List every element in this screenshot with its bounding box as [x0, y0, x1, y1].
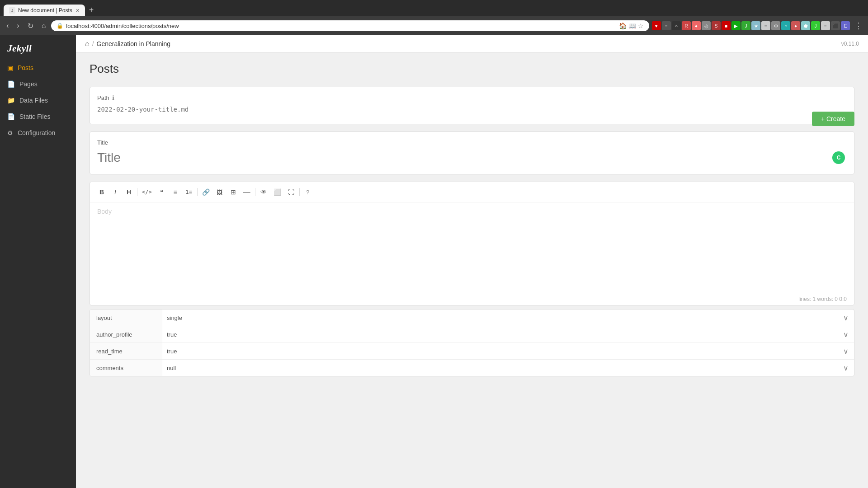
ext-8[interactable]: ■ — [722, 21, 731, 30]
ext-10[interactable]: J — [741, 21, 750, 30]
guide-button[interactable]: ? — [302, 186, 314, 198]
ext-2[interactable]: ≡ — [662, 21, 671, 30]
browser-menu-button[interactable]: ⋮ — [853, 19, 864, 33]
title-input[interactable] — [97, 149, 829, 167]
sidebar-nav: ▣ Posts 📄 Pages 📁 Data Files 📄 Static Fi… — [0, 60, 76, 488]
toolbar-divider-3 — [255, 188, 255, 196]
ext-3[interactable]: ○ — [672, 21, 681, 30]
sidebar-item-pages[interactable]: 📄 Pages — [0, 76, 76, 92]
ext-7[interactable]: S — [712, 21, 721, 30]
split-button[interactable]: ⬜ — [271, 186, 284, 198]
tab-close-button[interactable]: × — [76, 7, 80, 14]
ext-5[interactable]: ● — [692, 21, 701, 30]
ext-19[interactable]: ⬛ — [831, 21, 840, 30]
ordered-list-button[interactable]: 1≡ — [183, 186, 195, 198]
back-button[interactable]: ‹ — [4, 20, 11, 32]
ext-9[interactable]: ▶ — [731, 21, 741, 30]
title-field-section: Title C — [90, 131, 854, 174]
app-wrapper: Jekyll ▣ Posts 📄 Pages 📁 Data Files 📄 St… — [0, 35, 868, 488]
title-label: Title — [97, 139, 847, 146]
ext-14[interactable]: ○ — [781, 21, 790, 30]
bookmark-icon[interactable]: 🏠 — [619, 22, 627, 29]
editor-footer: lines: 1 words: 0 0:0 — [90, 293, 854, 305]
table-button[interactable]: ⊞ — [227, 186, 240, 198]
ext-13[interactable]: ⚙ — [771, 21, 780, 30]
path-label: Path ℹ — [97, 94, 847, 101]
meta-expand-layout-button[interactable]: ∨ — [838, 310, 854, 326]
home-button[interactable]: ⌂ — [39, 20, 49, 32]
meta-fields-table: layout single ∨ author_profile true ∨ re… — [90, 309, 854, 376]
tab-favicon: J — [9, 7, 15, 14]
pages-icon: 📄 — [7, 80, 15, 88]
home-icon[interactable]: ⌂ — [85, 40, 90, 48]
meta-input-layout[interactable]: single — [167, 314, 833, 321]
ext-17[interactable]: J — [811, 21, 820, 30]
address-bar[interactable]: 🔒 🏠 📖 ☆ — [51, 20, 649, 31]
new-tab-button[interactable]: + — [85, 4, 98, 16]
sidebar-item-label: Posts — [18, 64, 33, 71]
ext-4[interactable]: R — [682, 21, 691, 30]
meta-input-author[interactable]: true — [167, 331, 833, 338]
path-info-icon[interactable]: ℹ — [112, 94, 114, 101]
horizontal-rule-button[interactable]: — — [241, 186, 253, 198]
ext-6[interactable]: ◎ — [702, 21, 711, 30]
ext-15[interactable]: ● — [791, 21, 800, 30]
meta-expand-author-button[interactable]: ∨ — [838, 326, 854, 343]
sidebar-logo: Jekyll — [0, 35, 76, 60]
sidebar-item-configuration[interactable]: ⚙ Configuration — [0, 125, 76, 141]
sidebar-item-posts[interactable]: ▣ Posts — [0, 60, 76, 76]
config-icon: ⚙ — [7, 129, 13, 136]
preview-button[interactable]: 👁 — [257, 186, 270, 198]
link-button[interactable]: 🔗 — [199, 186, 212, 198]
meta-row-comments: comments null ∨ — [90, 360, 854, 376]
toolbar-divider-1 — [137, 188, 137, 196]
editor-toolbar: B I H </> ❝ ≡ 1≡ 🔗 🖼 ⊞ — 👁 ⬜ ⛶ — [90, 182, 854, 202]
unordered-list-button[interactable]: ≡ — [169, 186, 182, 198]
star-icon[interactable]: ☆ — [638, 22, 644, 29]
browser-chrome: J New document | Posts × + ‹ › ↻ ⌂ 🔒 🏠 📖… — [0, 0, 868, 35]
avatar: C — [832, 151, 845, 164]
sidebar-item-data-files[interactable]: 📁 Data Files — [0, 92, 76, 108]
create-button[interactable]: + Create — [812, 112, 854, 126]
breadcrumb-separator: / — [92, 40, 94, 47]
static-files-icon: 📄 — [7, 113, 15, 120]
quote-button[interactable]: ❝ — [156, 186, 168, 198]
code-button[interactable]: </> — [139, 186, 155, 198]
reload-button[interactable]: ↻ — [25, 20, 36, 32]
meta-input-read-time[interactable]: true — [167, 348, 833, 355]
meta-expand-comments-button[interactable]: ∨ — [838, 360, 854, 376]
meta-expand-read-time-button[interactable]: ∨ — [838, 343, 854, 359]
image-button[interactable]: 🖼 — [213, 186, 226, 198]
toolbar-divider-2 — [197, 188, 198, 196]
content-area: Posts + Create Path ℹ Title C — [76, 53, 868, 488]
italic-button[interactable]: I — [109, 186, 122, 198]
sidebar-item-static-files[interactable]: 📄 Static Files — [0, 108, 76, 125]
meta-value-author: true — [162, 326, 838, 343]
active-tab[interactable]: J New document | Posts × — [4, 5, 85, 16]
meta-key-author: author_profile — [90, 326, 162, 343]
fullscreen-button[interactable]: ⛶ — [285, 186, 297, 198]
editor-body[interactable]: Body — [90, 202, 854, 293]
ext-11[interactable]: ★ — [751, 21, 760, 30]
forward-button[interactable]: › — [14, 20, 22, 32]
heading-button[interactable]: H — [123, 186, 135, 198]
sidebar-item-label: Data Files — [19, 97, 48, 104]
ext-20[interactable]: E — [841, 21, 850, 30]
ext-18[interactable]: ≡ — [821, 21, 830, 30]
reader-icon[interactable]: 📖 — [628, 22, 636, 29]
bold-button[interactable]: B — [95, 186, 108, 198]
meta-value-layout: single — [162, 310, 838, 326]
top-bar: ⌂ / Generalization in Planning v0.11.0 — [76, 35, 868, 53]
ext-12[interactable]: ≡ — [761, 21, 770, 30]
ext-16[interactable]: ⬟ — [801, 21, 810, 30]
tab-title: New document | Posts — [18, 7, 73, 14]
url-input[interactable] — [66, 23, 616, 29]
path-input[interactable] — [97, 104, 847, 115]
meta-key-comments: comments — [90, 360, 162, 376]
page-title: Posts — [90, 62, 854, 76]
ext-1[interactable]: ♥ — [652, 21, 661, 30]
security-icon: 🔒 — [57, 23, 63, 29]
meta-row-author: author_profile true ∨ — [90, 326, 854, 343]
editor-container: B I H </> ❝ ≡ 1≡ 🔗 🖼 ⊞ — 👁 ⬜ ⛶ — [90, 182, 854, 305]
meta-input-comments[interactable]: null — [167, 365, 833, 371]
